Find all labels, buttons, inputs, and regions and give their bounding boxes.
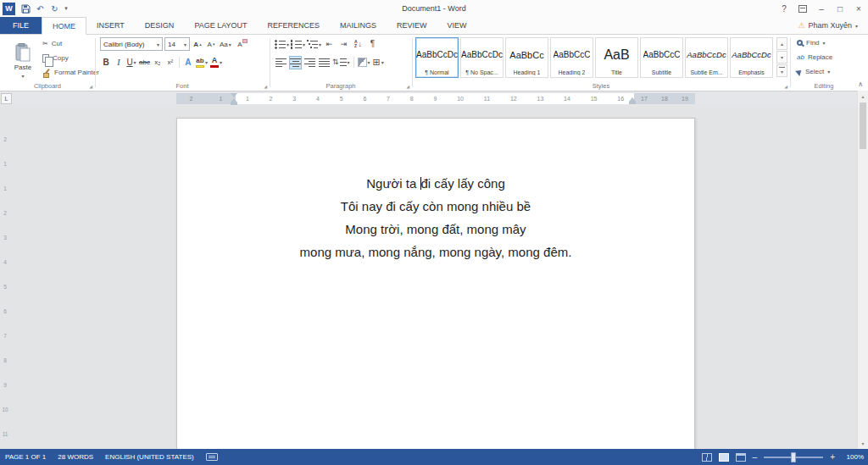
print-layout-button[interactable] xyxy=(719,453,729,462)
minimize-button[interactable]: – xyxy=(812,1,831,17)
text-effects-button[interactable]: A xyxy=(182,56,194,69)
align-left-button[interactable] xyxy=(275,56,287,69)
font-color-button[interactable]: A ▾ xyxy=(209,56,223,69)
scroll-up-button[interactable]: ▴ xyxy=(858,91,868,102)
shrink-font-button[interactable]: A▾ xyxy=(205,37,217,51)
paste-button[interactable]: Paste ▾ xyxy=(6,37,40,85)
cut-button[interactable]: ✂ Cut xyxy=(42,38,99,49)
decrease-indent-button[interactable]: ⇤ xyxy=(323,37,336,51)
zoom-slider[interactable] xyxy=(764,457,823,458)
replace-button[interactable]: ab Replace xyxy=(797,52,832,63)
undo-button[interactable]: ↶ xyxy=(33,1,47,16)
account-menu[interactable]: ⚠ Pham Xuyên ▾ xyxy=(798,17,868,34)
tab-file[interactable]: FILE xyxy=(0,17,42,34)
collapse-ribbon-button[interactable]: ∧ xyxy=(858,80,863,88)
borders-button[interactable]: ⊞▾ xyxy=(372,56,385,69)
styles-dialog-launcher[interactable]: ◢ xyxy=(784,84,787,89)
underline-button[interactable]: U▾ xyxy=(125,56,137,69)
tab-stop-selector[interactable]: L xyxy=(1,93,12,104)
help-button[interactable]: ? xyxy=(775,1,793,17)
zoom-out-button[interactable]: – xyxy=(753,452,758,462)
shading-button[interactable]: ▾ xyxy=(358,56,370,69)
tab-insert[interactable]: INSERT xyxy=(86,17,135,34)
style-card-subtitle[interactable]: AaBbCcCSubtitle xyxy=(640,37,683,78)
close-button[interactable]: × xyxy=(849,1,868,17)
grow-font-button[interactable]: A▴ xyxy=(192,37,203,51)
horizontal-ruler[interactable]: L 21 12345678910111213141516 171819 xyxy=(0,91,868,106)
select-button[interactable]: Select ▾ xyxy=(797,66,832,77)
styles-scroll-down-button[interactable]: ▾ xyxy=(776,51,787,64)
page-count-status[interactable]: PAGE 1 OF 1 xyxy=(5,453,46,461)
right-indent-box[interactable] xyxy=(629,102,636,104)
font-family-select[interactable]: Calibri (Body) ▾ xyxy=(100,37,163,51)
web-layout-button[interactable] xyxy=(736,453,746,462)
style-name: ¶ No Spac... xyxy=(465,69,498,75)
left-indent-marker[interactable] xyxy=(231,93,237,105)
align-center-button[interactable] xyxy=(289,56,302,69)
style-card-title[interactable]: AaBTitle xyxy=(595,37,638,78)
italic-button[interactable]: I xyxy=(113,56,125,69)
zoom-percentage[interactable]: 100% xyxy=(842,453,864,461)
subscript-button[interactable]: x₂ xyxy=(152,56,164,69)
style-card-no-spacing[interactable]: AaBbCcDc¶ No Spac... xyxy=(460,37,504,78)
ruler-number: 3 xyxy=(292,93,296,104)
style-card-emphasis[interactable]: AaBbCcDcEmphasis xyxy=(730,37,773,78)
clear-formatting-button[interactable]: A xyxy=(234,37,246,51)
ruler-number: 16 xyxy=(617,93,624,104)
style-card-heading1[interactable]: AaBbCcHeading 1 xyxy=(505,37,548,78)
styles-scroll-up-button[interactable]: ▴ xyxy=(776,37,787,50)
increase-indent-button[interactable]: ⇥ xyxy=(337,37,350,51)
styles-more-button[interactable]: ▾ xyxy=(776,64,787,77)
bold-button[interactable]: B xyxy=(100,56,112,69)
tab-home[interactable]: HOME xyxy=(42,17,86,35)
vertical-ruler[interactable]: 211234567891011 xyxy=(1,127,9,446)
tab-review[interactable]: REVIEW xyxy=(387,17,437,34)
scroll-down-button[interactable]: ▾ xyxy=(858,438,868,449)
redo-button[interactable]: ↻ xyxy=(47,1,62,16)
read-mode-button[interactable] xyxy=(702,453,712,462)
multilevel-list-button[interactable]: ▾ xyxy=(307,37,321,51)
superscript-button[interactable]: x² xyxy=(164,56,176,69)
find-button[interactable]: Find ▾ xyxy=(797,37,832,48)
language-status[interactable]: ENGLISH (UNITED STATES) xyxy=(105,453,194,461)
align-right-button[interactable] xyxy=(303,56,316,69)
line-spacing-button[interactable]: ⇅▾ xyxy=(332,56,350,69)
maximize-button[interactable]: □ xyxy=(831,1,849,17)
zoom-slider-thumb[interactable] xyxy=(791,452,796,462)
word-app-icon[interactable]: W xyxy=(3,3,15,15)
tab-page-layout[interactable]: PAGE LAYOUT xyxy=(184,17,257,34)
right-indent-marker[interactable] xyxy=(629,97,636,104)
first-line-indent-marker[interactable] xyxy=(231,93,237,97)
customize-qat-button[interactable]: ▾ xyxy=(62,1,70,16)
paragraph-dialog-launcher[interactable]: ◢ xyxy=(406,84,409,89)
clipboard-dialog-launcher[interactable]: ◢ xyxy=(89,84,92,89)
left-indent-box[interactable] xyxy=(231,102,237,105)
style-card-normal[interactable]: AaBbCcDc¶ Normal xyxy=(415,37,459,78)
vertical-scrollbar[interactable]: ▴ ▾ xyxy=(857,91,868,449)
strikethrough-button[interactable]: abc xyxy=(138,56,151,69)
scrollbar-thumb[interactable] xyxy=(860,102,866,149)
sort-button[interactable]: AZ ↓ xyxy=(352,37,364,51)
tab-mailings[interactable]: MAILINGS xyxy=(330,17,387,34)
numbering-button[interactable]: ▾ xyxy=(291,37,305,51)
tab-design[interactable]: DESIGN xyxy=(135,17,185,34)
font-dialog-launcher[interactable]: ◢ xyxy=(264,84,267,89)
save-button[interactable] xyxy=(19,1,33,16)
zoom-in-button[interactable]: + xyxy=(830,452,835,462)
tab-references[interactable]: REFERENCES xyxy=(258,17,331,34)
word-count-status[interactable]: 28 WORDS xyxy=(58,453,93,461)
show-paragraph-marks-button[interactable]: ¶ xyxy=(366,37,379,51)
style-card-heading2[interactable]: AaBbCcCHeading 2 xyxy=(550,37,593,78)
ribbon-display-options-button[interactable] xyxy=(793,1,812,17)
style-card-subtle-emphasis[interactable]: AaBbCcDcSubtle Em... xyxy=(685,37,728,78)
change-case-button[interactable]: Aa▾ xyxy=(219,37,232,51)
justify-button[interactable] xyxy=(318,56,331,69)
bullets-button[interactable]: ▾ xyxy=(275,37,289,51)
document-page[interactable]: Người ta đi cấy lấy công Tôi nay đi cấy … xyxy=(176,118,695,449)
copy-button[interactable]: Copy xyxy=(42,53,99,64)
format-painter-button[interactable]: Format Painter xyxy=(42,67,99,78)
tab-view[interactable]: VIEW xyxy=(437,17,477,34)
font-size-select[interactable]: 14 ▾ xyxy=(164,37,190,51)
highlight-color-button[interactable]: ab ▾ xyxy=(195,56,209,69)
keyboard-icon[interactable] xyxy=(206,453,218,461)
